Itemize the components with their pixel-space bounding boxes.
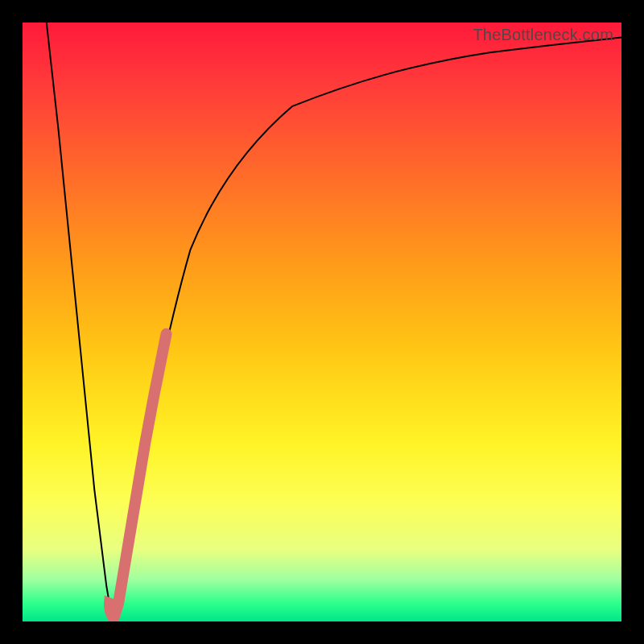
curve-layer	[23, 23, 621, 621]
highlight-segment	[114, 334, 166, 618]
plot-area: TheBottleneck.com	[23, 23, 621, 621]
watermark-text: TheBottleneck.com	[473, 26, 613, 44]
chart-frame: TheBottleneck.com	[0, 0, 644, 644]
highlight-hook	[109, 602, 114, 618]
